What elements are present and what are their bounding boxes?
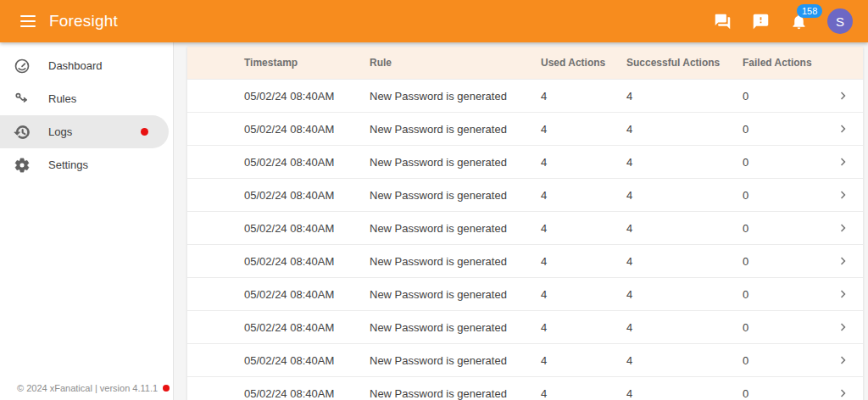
app-title: Foresight: [49, 12, 118, 31]
row-used-actions: 4: [541, 255, 626, 268]
row-used-actions: 4: [541, 321, 626, 334]
row-timestamp: 05/02/24 08:40AM: [244, 90, 370, 103]
row-rule: New Password is generated: [370, 222, 541, 235]
sidebar: Dashboard Rules Logs: [0, 42, 174, 400]
row-timestamp: 05/02/24 08:40AM: [244, 354, 370, 367]
column-successful-actions: Successful Actions: [626, 57, 743, 69]
row-used-actions: 4: [541, 387, 626, 400]
row-successful-actions: 4: [626, 354, 743, 367]
row-rule: New Password is generated: [370, 123, 541, 136]
avatar[interactable]: S: [827, 8, 853, 34]
gauge-icon: [14, 58, 31, 75]
history-icon: [14, 124, 31, 141]
row-timestamp: 05/02/24 08:40AM: [244, 189, 370, 202]
row-rule: New Password is generated: [370, 156, 541, 169]
row-rule: New Password is generated: [370, 387, 541, 400]
row-timestamp: 05/02/24 08:40AM: [244, 156, 370, 169]
sidebar-item-label: Logs: [48, 125, 72, 138]
row-used-actions: 4: [541, 354, 626, 367]
row-failed-actions: 0: [743, 387, 836, 400]
row-timestamp: 05/02/24 08:40AM: [244, 123, 370, 136]
row-timestamp: 05/02/24 08:40AM: [244, 255, 370, 268]
table-row[interactable]: 05/02/24 08:40AM New Password is generat…: [187, 277, 863, 310]
row-failed-actions: 0: [743, 123, 836, 136]
notifications-bell-icon[interactable]: 158: [789, 12, 808, 31]
sidebar-footer: © 2024 xFanatical | version 4.11.1: [17, 383, 170, 393]
sidebar-item-dashboard[interactable]: Dashboard: [0, 49, 169, 82]
gear-icon: [14, 157, 31, 174]
row-rule: New Password is generated: [370, 354, 541, 367]
chevron-right-icon[interactable]: [836, 88, 863, 103]
sidebar-item-label: Settings: [48, 158, 88, 171]
table-row[interactable]: 05/02/24 08:40AM New Password is generat…: [187, 244, 863, 277]
row-successful-actions: 4: [626, 156, 743, 169]
row-successful-actions: 4: [626, 189, 743, 202]
table-row[interactable]: 05/02/24 08:40AM New Password is generat…: [187, 178, 863, 211]
chat-icon[interactable]: [713, 12, 732, 31]
row-successful-actions: 4: [626, 123, 743, 136]
row-failed-actions: 0: [743, 321, 836, 334]
row-used-actions: 4: [541, 222, 626, 235]
chevron-right-icon[interactable]: [836, 286, 863, 302]
sidebar-item-logs[interactable]: Logs: [0, 115, 169, 148]
row-used-actions: 4: [541, 156, 626, 169]
chevron-right-icon[interactable]: [836, 253, 863, 269]
sidebar-item-label: Dashboard: [48, 59, 103, 72]
row-rule: New Password is generated: [370, 255, 541, 268]
column-rule: Rule: [370, 57, 541, 69]
row-rule: New Password is generated: [370, 90, 541, 103]
column-used-actions: Used Actions: [541, 57, 626, 69]
table-row[interactable]: 05/02/24 08:40AM New Password is generat…: [187, 79, 863, 112]
logs-table: Timestamp Rule Used Actions Successful A…: [187, 47, 863, 400]
table-row[interactable]: 05/02/24 08:40AM New Password is generat…: [187, 211, 863, 244]
hamburger-menu-icon[interactable]: [20, 15, 36, 27]
column-failed-actions: Failed Actions: [743, 57, 836, 69]
table-body: 05/02/24 08:40AM New Password is generat…: [187, 79, 863, 400]
row-failed-actions: 0: [743, 222, 836, 235]
row-failed-actions: 0: [743, 156, 836, 169]
column-timestamp: Timestamp: [244, 57, 370, 69]
row-rule: New Password is generated: [370, 189, 541, 202]
row-used-actions: 4: [541, 123, 626, 136]
notification-badge: 158: [797, 4, 822, 18]
row-used-actions: 4: [541, 288, 626, 301]
chevron-right-icon[interactable]: [836, 121, 863, 136]
chevron-right-icon[interactable]: [836, 386, 863, 400]
row-timestamp: 05/02/24 08:40AM: [244, 288, 370, 301]
row-failed-actions: 0: [743, 354, 836, 367]
row-successful-actions: 4: [626, 255, 743, 268]
chevron-right-icon[interactable]: [836, 187, 863, 203]
row-successful-actions: 4: [626, 222, 743, 235]
logs-alert-dot: [141, 128, 148, 136]
table-row[interactable]: 05/02/24 08:40AM New Password is generat…: [187, 310, 863, 343]
row-successful-actions: 4: [626, 321, 743, 334]
table-row[interactable]: 05/02/24 08:40AM New Password is generat…: [187, 343, 863, 376]
appbar: Foresight 158 S: [0, 0, 868, 42]
row-timestamp: 05/02/24 08:40AM: [244, 321, 370, 334]
row-failed-actions: 0: [743, 255, 836, 268]
row-used-actions: 4: [541, 189, 626, 202]
row-timestamp: 05/02/24 08:40AM: [244, 387, 370, 400]
chevron-right-icon[interactable]: [836, 319, 863, 335]
main-content: Timestamp Rule Used Actions Successful A…: [174, 42, 868, 400]
chevron-right-icon[interactable]: [836, 220, 863, 236]
row-timestamp: 05/02/24 08:40AM: [244, 222, 370, 235]
row-failed-actions: 0: [743, 288, 836, 301]
table-row[interactable]: 05/02/24 08:40AM New Password is generat…: [187, 376, 863, 400]
appbar-actions: 158 S: [713, 8, 853, 34]
sidebar-item-settings[interactable]: Settings: [0, 148, 169, 181]
sidebar-item-rules[interactable]: Rules: [0, 82, 169, 115]
table-row[interactable]: 05/02/24 08:40AM New Password is generat…: [187, 112, 863, 145]
chevron-right-icon[interactable]: [836, 154, 863, 169]
table-row[interactable]: 05/02/24 08:40AM New Password is generat…: [187, 145, 863, 178]
table-header-row: Timestamp Rule Used Actions Successful A…: [187, 47, 863, 79]
rule-icon: [14, 91, 31, 108]
row-failed-actions: 0: [743, 90, 836, 103]
chevron-right-icon[interactable]: [836, 353, 863, 368]
version-text: © 2024 xFanatical | version 4.11.1: [17, 383, 158, 393]
status-alert-dot: [163, 385, 170, 392]
row-successful-actions: 4: [626, 288, 743, 301]
row-failed-actions: 0: [743, 189, 836, 202]
row-rule: New Password is generated: [370, 321, 541, 334]
feedback-icon[interactable]: [751, 12, 770, 31]
